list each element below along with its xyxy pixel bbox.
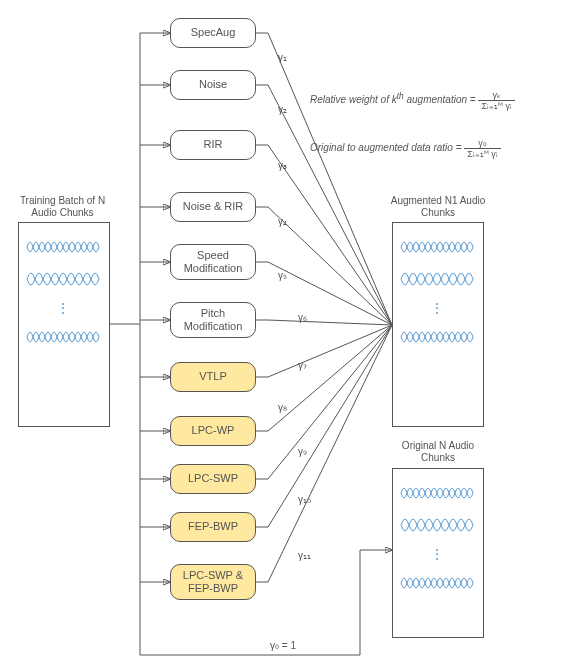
aug-noise: Noise	[170, 70, 256, 100]
aug-lpc-wp: LPC-WP	[170, 416, 256, 446]
gamma-3: γ₃	[278, 160, 287, 171]
aug-rir: RIR	[170, 130, 256, 160]
augmented-audio-panel: ⋮	[392, 222, 484, 427]
waveform-icon	[399, 265, 479, 293]
gamma-9: γ₉	[298, 446, 307, 457]
waveform-icon	[25, 265, 105, 293]
frac-num: γ₀	[464, 138, 501, 149]
original-panel-title: Original N Audio Chunks	[388, 440, 488, 464]
fraction-icon: γₖ Σᵢ₌₁ᴹ γᵢ	[478, 90, 515, 111]
augmented-panel-title: Augmented N1 Audio Chunks	[388, 195, 488, 219]
aug-fep-bwp: FEP-BWP	[170, 512, 256, 542]
waveform-icon	[399, 511, 479, 539]
aug-vtlp: VTLP	[170, 362, 256, 392]
waveform-icon	[399, 479, 479, 507]
aug-speed: SpeedModification	[170, 244, 256, 280]
ellipsis-icon: ⋮	[399, 297, 477, 319]
gamma-8: γ₈	[278, 402, 287, 413]
gamma-1: γ₁	[278, 52, 287, 63]
gamma-0: γ₀ = 1	[270, 640, 296, 651]
aug-noise-rir: Noise & RIR	[170, 192, 256, 222]
input-audio-panel: ⋮	[18, 222, 110, 427]
gamma-6: γ₆	[298, 312, 307, 323]
formula-data-ratio: Original to augmented data ratio = γ₀ Σᵢ…	[310, 138, 501, 159]
frac-den: Σᵢ₌₁ᴹ γᵢ	[478, 101, 515, 111]
gamma-10: γ₁₀	[298, 494, 311, 505]
aug-specaug: SpecAug	[170, 18, 256, 48]
waveform-icon	[25, 233, 105, 261]
formula-text: Original to augmented data ratio =	[310, 142, 461, 153]
aug-lpc-swp-fep-bwp: LPC-SWP &FEP-BWP	[170, 564, 256, 600]
gamma-7: γ₇	[298, 360, 307, 371]
aug-pitch: PitchModification	[170, 302, 256, 338]
gamma-4: γ₄	[278, 216, 287, 227]
waveform-icon	[25, 323, 105, 351]
gamma-11: γ₁₁	[298, 550, 311, 561]
formula-relative-weight: Relative weight of kth augmentation = γₖ…	[310, 90, 515, 111]
ellipsis-icon: ⋮	[25, 297, 103, 319]
gamma-5: γ₅	[278, 270, 287, 281]
waveform-icon	[399, 323, 479, 351]
formula-sup: th	[397, 91, 404, 101]
fraction-icon: γ₀ Σᵢ₌₁ᴹ γᵢ	[464, 138, 501, 159]
gamma-2: γ₂	[278, 104, 287, 115]
waveform-icon	[399, 233, 479, 261]
formula-text: Relative weight of k	[310, 94, 397, 105]
input-panel-title: Training Batch of N Audio Chunks	[10, 195, 115, 219]
aug-lpc-swp: LPC-SWP	[170, 464, 256, 494]
waveform-icon	[399, 569, 479, 597]
frac-den: Σᵢ₌₁ᴹ γᵢ	[464, 149, 501, 159]
original-audio-panel: ⋮	[392, 468, 484, 638]
formula-text: augmentation =	[404, 94, 476, 105]
ellipsis-icon: ⋮	[399, 543, 477, 565]
frac-num: γₖ	[478, 90, 515, 101]
